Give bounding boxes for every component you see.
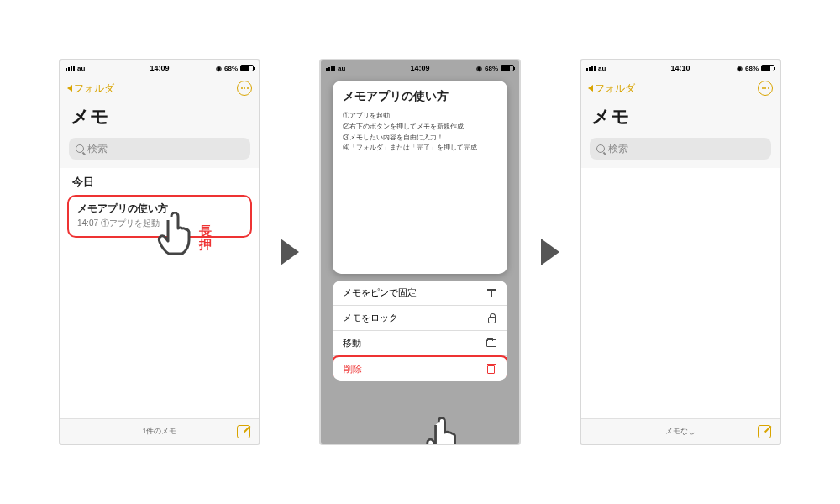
clock: 14:09: [60, 64, 259, 72]
lock-icon: [486, 313, 497, 323]
menu-label: 移動: [343, 337, 361, 349]
menu-move[interactable]: 移動: [333, 331, 507, 356]
back-button[interactable]: フォルダ: [67, 81, 114, 96]
clock: 14:10: [581, 64, 780, 72]
section-header: 今日: [60, 168, 259, 193]
notes-list: 今日 メモアプリの使い方 14:07 ①アプリを起動: [60, 168, 259, 418]
preview-line: ②右下のボタンを押してメモを新規作成: [343, 122, 497, 133]
battery-icon: [501, 65, 514, 71]
status-bar: au 14:10 ◉ 68%: [581, 60, 780, 76]
trash-icon: [485, 365, 496, 374]
context-menu: メモをピンで固定 メモをロック 移動 削除: [333, 281, 507, 381]
status-bar: au 14:09 ◉ 68%: [321, 60, 519, 76]
preview-line: ①アプリを起動: [343, 111, 497, 122]
arrow-right-icon: [541, 239, 559, 265]
menu-lock[interactable]: メモをロック: [333, 306, 507, 331]
more-button[interactable]: [758, 81, 773, 96]
hand-tap-icon: [422, 417, 460, 445]
nav-bar: フォルダ: [60, 76, 259, 101]
page-title: メモ: [60, 101, 259, 134]
back-label: フォルダ: [595, 81, 635, 96]
search-placeholder: 検索: [87, 142, 108, 156]
longpress-annotation: 長押: [197, 224, 213, 251]
arrow-right-icon: [281, 239, 299, 265]
menu-label: メモをロック: [343, 312, 398, 324]
notes-list-empty: [581, 168, 780, 418]
compose-button[interactable]: [237, 425, 250, 438]
nav-bar: フォルダ: [581, 76, 780, 101]
preview-line: ④「フォルダ」または「完了」を押して完成: [343, 143, 497, 154]
phone-screen-3: au 14:10 ◉ 68% フォルダ メモ 検索 メモなし: [580, 59, 781, 445]
preview-title: メモアプリの使い方: [343, 89, 497, 104]
folder-icon: [486, 339, 497, 347]
note-count: メモなし: [665, 426, 696, 437]
battery-icon: [761, 65, 774, 71]
pin-icon: [486, 289, 497, 297]
compose-button[interactable]: [758, 425, 771, 438]
search-placeholder: 検索: [608, 142, 628, 156]
back-label: フォルダ: [74, 81, 114, 96]
back-button[interactable]: フォルダ: [588, 81, 635, 96]
menu-pin[interactable]: メモをピンで固定: [333, 281, 507, 306]
phone-screen-1: au 14:09 ◉ 68% フォルダ メモ 検索 今日 メモアプリの使い方 1…: [59, 59, 260, 445]
search-icon: [596, 144, 605, 153]
chevron-left-icon: [67, 85, 72, 92]
chevron-left-icon: [588, 85, 593, 92]
status-bar: au 14:09 ◉ 68%: [60, 60, 259, 76]
search-input[interactable]: 検索: [69, 138, 250, 160]
battery-icon: [240, 65, 254, 71]
toolbar: メモなし: [581, 418, 780, 444]
page-title: メモ: [581, 101, 780, 134]
toolbar: 1件のメモ: [60, 418, 259, 444]
menu-label: 削除: [344, 363, 362, 375]
note-count: 1件のメモ: [142, 426, 176, 437]
menu-delete[interactable]: 削除: [333, 355, 507, 381]
phone-screen-2: au 14:09 ◉ 68% メモアプリの使い方 ①アプリを起動 ②右下のボタン…: [319, 59, 521, 445]
more-button[interactable]: [237, 81, 252, 96]
clock: 14:09: [321, 64, 519, 72]
preview-line: ③メモしたい内容を自由に入力！: [343, 133, 497, 144]
menu-label: メモをピンで固定: [343, 286, 417, 299]
note-preview-card[interactable]: メモアプリの使い方 ①アプリを起動 ②右下のボタンを押してメモを新規作成 ③メモ…: [333, 81, 507, 274]
search-input[interactable]: 検索: [590, 138, 771, 160]
search-icon: [76, 144, 84, 153]
hand-longpress-icon: [153, 212, 195, 258]
